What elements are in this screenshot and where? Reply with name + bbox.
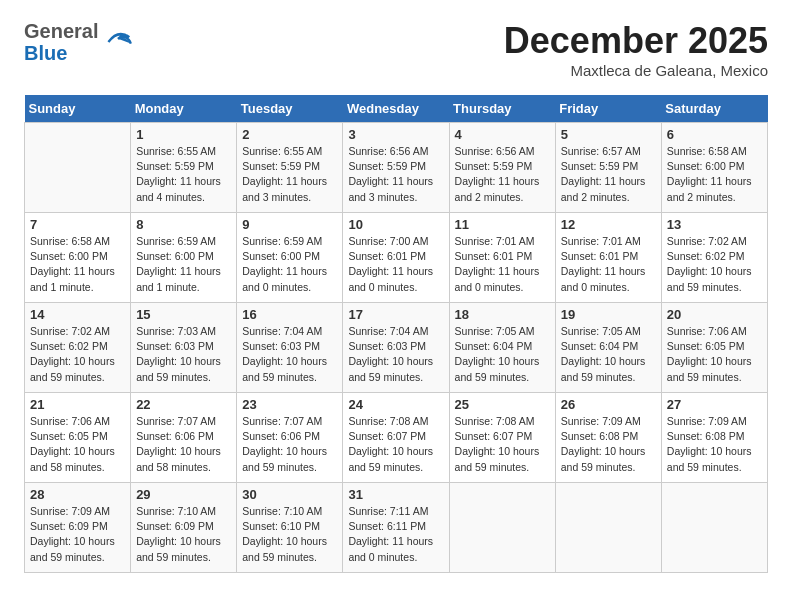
day-number: 13 (667, 217, 762, 232)
calendar-table: SundayMondayTuesdayWednesdayThursdayFrid… (24, 95, 768, 573)
calendar-week-row: 1Sunrise: 6:55 AMSunset: 5:59 PMDaylight… (25, 123, 768, 213)
day-info: Sunrise: 6:57 AMSunset: 5:59 PMDaylight:… (561, 144, 656, 205)
calendar-cell: 16Sunrise: 7:04 AMSunset: 6:03 PMDayligh… (237, 303, 343, 393)
day-info: Sunrise: 7:02 AMSunset: 6:02 PMDaylight:… (30, 324, 125, 385)
day-number: 24 (348, 397, 443, 412)
header-sunday: Sunday (25, 95, 131, 123)
day-info: Sunrise: 7:02 AMSunset: 6:02 PMDaylight:… (667, 234, 762, 295)
calendar-cell: 11Sunrise: 7:01 AMSunset: 6:01 PMDayligh… (449, 213, 555, 303)
calendar-cell: 26Sunrise: 7:09 AMSunset: 6:08 PMDayligh… (555, 393, 661, 483)
day-info: Sunrise: 7:09 AMSunset: 6:08 PMDaylight:… (561, 414, 656, 475)
day-info: Sunrise: 7:09 AMSunset: 6:08 PMDaylight:… (667, 414, 762, 475)
day-info: Sunrise: 7:04 AMSunset: 6:03 PMDaylight:… (242, 324, 337, 385)
location-text: Maxtleca de Galeana, Mexico (504, 62, 768, 79)
day-number: 1 (136, 127, 231, 142)
day-number: 27 (667, 397, 762, 412)
day-info: Sunrise: 7:10 AMSunset: 6:09 PMDaylight:… (136, 504, 231, 565)
day-number: 29 (136, 487, 231, 502)
calendar-cell: 27Sunrise: 7:09 AMSunset: 6:08 PMDayligh… (661, 393, 767, 483)
day-number: 14 (30, 307, 125, 322)
day-number: 10 (348, 217, 443, 232)
day-number: 18 (455, 307, 550, 322)
calendar-cell: 25Sunrise: 7:08 AMSunset: 6:07 PMDayligh… (449, 393, 555, 483)
calendar-cell: 30Sunrise: 7:10 AMSunset: 6:10 PMDayligh… (237, 483, 343, 573)
day-info: Sunrise: 7:05 AMSunset: 6:04 PMDaylight:… (455, 324, 550, 385)
day-info: Sunrise: 7:01 AMSunset: 6:01 PMDaylight:… (455, 234, 550, 295)
calendar-cell: 7Sunrise: 6:58 AMSunset: 6:00 PMDaylight… (25, 213, 131, 303)
day-number: 26 (561, 397, 656, 412)
day-number: 21 (30, 397, 125, 412)
day-number: 5 (561, 127, 656, 142)
day-info: Sunrise: 7:07 AMSunset: 6:06 PMDaylight:… (242, 414, 337, 475)
day-info: Sunrise: 6:55 AMSunset: 5:59 PMDaylight:… (242, 144, 337, 205)
calendar-cell: 8Sunrise: 6:59 AMSunset: 6:00 PMDaylight… (131, 213, 237, 303)
day-number: 20 (667, 307, 762, 322)
calendar-cell (25, 123, 131, 213)
calendar-cell: 18Sunrise: 7:05 AMSunset: 6:04 PMDayligh… (449, 303, 555, 393)
day-number: 9 (242, 217, 337, 232)
page-header: General Blue December 2025 Maxtleca de G… (24, 20, 768, 79)
calendar-week-row: 14Sunrise: 7:02 AMSunset: 6:02 PMDayligh… (25, 303, 768, 393)
day-number: 6 (667, 127, 762, 142)
calendar-cell: 4Sunrise: 6:56 AMSunset: 5:59 PMDaylight… (449, 123, 555, 213)
month-title: December 2025 (504, 20, 768, 62)
day-info: Sunrise: 6:56 AMSunset: 5:59 PMDaylight:… (455, 144, 550, 205)
header-monday: Monday (131, 95, 237, 123)
day-number: 28 (30, 487, 125, 502)
calendar-cell: 20Sunrise: 7:06 AMSunset: 6:05 PMDayligh… (661, 303, 767, 393)
day-number: 23 (242, 397, 337, 412)
day-info: Sunrise: 7:09 AMSunset: 6:09 PMDaylight:… (30, 504, 125, 565)
day-info: Sunrise: 6:55 AMSunset: 5:59 PMDaylight:… (136, 144, 231, 205)
day-info: Sunrise: 7:00 AMSunset: 6:01 PMDaylight:… (348, 234, 443, 295)
day-info: Sunrise: 6:59 AMSunset: 6:00 PMDaylight:… (242, 234, 337, 295)
calendar-week-row: 21Sunrise: 7:06 AMSunset: 6:05 PMDayligh… (25, 393, 768, 483)
title-block: December 2025 Maxtleca de Galeana, Mexic… (504, 20, 768, 79)
calendar-cell: 12Sunrise: 7:01 AMSunset: 6:01 PMDayligh… (555, 213, 661, 303)
calendar-cell: 24Sunrise: 7:08 AMSunset: 6:07 PMDayligh… (343, 393, 449, 483)
day-info: Sunrise: 7:06 AMSunset: 6:05 PMDaylight:… (30, 414, 125, 475)
day-number: 2 (242, 127, 337, 142)
day-info: Sunrise: 6:58 AMSunset: 6:00 PMDaylight:… (30, 234, 125, 295)
day-info: Sunrise: 7:01 AMSunset: 6:01 PMDaylight:… (561, 234, 656, 295)
logo-icon (102, 26, 134, 58)
calendar-cell: 9Sunrise: 6:59 AMSunset: 6:00 PMDaylight… (237, 213, 343, 303)
calendar-cell: 5Sunrise: 6:57 AMSunset: 5:59 PMDaylight… (555, 123, 661, 213)
day-number: 31 (348, 487, 443, 502)
day-info: Sunrise: 6:56 AMSunset: 5:59 PMDaylight:… (348, 144, 443, 205)
calendar-cell: 2Sunrise: 6:55 AMSunset: 5:59 PMDaylight… (237, 123, 343, 213)
day-info: Sunrise: 7:03 AMSunset: 6:03 PMDaylight:… (136, 324, 231, 385)
day-info: Sunrise: 7:07 AMSunset: 6:06 PMDaylight:… (136, 414, 231, 475)
logo-blue-text: Blue (24, 42, 67, 64)
day-info: Sunrise: 6:59 AMSunset: 6:00 PMDaylight:… (136, 234, 231, 295)
day-number: 7 (30, 217, 125, 232)
day-number: 30 (242, 487, 337, 502)
calendar-cell: 29Sunrise: 7:10 AMSunset: 6:09 PMDayligh… (131, 483, 237, 573)
calendar-cell: 21Sunrise: 7:06 AMSunset: 6:05 PMDayligh… (25, 393, 131, 483)
calendar-cell: 3Sunrise: 6:56 AMSunset: 5:59 PMDaylight… (343, 123, 449, 213)
calendar-week-row: 7Sunrise: 6:58 AMSunset: 6:00 PMDaylight… (25, 213, 768, 303)
calendar-cell (449, 483, 555, 573)
day-info: Sunrise: 7:08 AMSunset: 6:07 PMDaylight:… (348, 414, 443, 475)
calendar-cell: 6Sunrise: 6:58 AMSunset: 6:00 PMDaylight… (661, 123, 767, 213)
day-info: Sunrise: 7:10 AMSunset: 6:10 PMDaylight:… (242, 504, 337, 565)
calendar-week-row: 28Sunrise: 7:09 AMSunset: 6:09 PMDayligh… (25, 483, 768, 573)
calendar-cell: 28Sunrise: 7:09 AMSunset: 6:09 PMDayligh… (25, 483, 131, 573)
day-info: Sunrise: 7:06 AMSunset: 6:05 PMDaylight:… (667, 324, 762, 385)
day-number: 25 (455, 397, 550, 412)
day-info: Sunrise: 7:11 AMSunset: 6:11 PMDaylight:… (348, 504, 443, 565)
day-number: 15 (136, 307, 231, 322)
day-number: 17 (348, 307, 443, 322)
calendar-cell (661, 483, 767, 573)
calendar-cell: 31Sunrise: 7:11 AMSunset: 6:11 PMDayligh… (343, 483, 449, 573)
day-number: 22 (136, 397, 231, 412)
calendar-cell: 13Sunrise: 7:02 AMSunset: 6:02 PMDayligh… (661, 213, 767, 303)
day-number: 11 (455, 217, 550, 232)
day-info: Sunrise: 7:08 AMSunset: 6:07 PMDaylight:… (455, 414, 550, 475)
header-tuesday: Tuesday (237, 95, 343, 123)
day-number: 8 (136, 217, 231, 232)
logo-general-text: General (24, 20, 98, 42)
header-saturday: Saturday (661, 95, 767, 123)
calendar-cell: 22Sunrise: 7:07 AMSunset: 6:06 PMDayligh… (131, 393, 237, 483)
header-wednesday: Wednesday (343, 95, 449, 123)
calendar-cell: 19Sunrise: 7:05 AMSunset: 6:04 PMDayligh… (555, 303, 661, 393)
